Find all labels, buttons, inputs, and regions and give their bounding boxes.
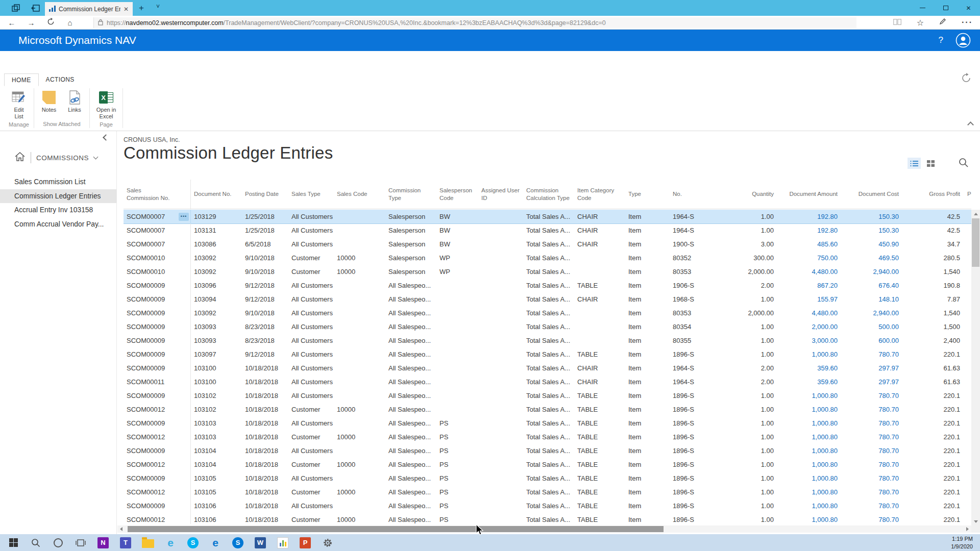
table-row[interactable]: SCOM000091030938/23/2018All CustomersAll… [124, 320, 971, 334]
column-header[interactable]: Type [625, 190, 670, 197]
cell[interactable]: 4,480.00 [778, 268, 842, 276]
menu-chevron-down-icon[interactable] [93, 155, 99, 160]
column-header[interactable]: Document Amount [778, 190, 842, 197]
new-tab-icon[interactable]: + [139, 3, 144, 13]
tab-list-chevron-icon[interactable]: ˅ [156, 3, 160, 10]
table-row[interactable]: SCOM000091030929/10/2018All CustomersAll… [124, 306, 971, 320]
cell[interactable]: 485.60 [778, 240, 842, 248]
tab-preview-icon[interactable] [10, 4, 21, 12]
ribbon-tab-actions[interactable]: ACTIONS [39, 73, 82, 86]
horizontal-scrollbar[interactable] [117, 525, 971, 533]
table-row[interactable]: SCOM000091030979/12/2018All CustomersAll… [124, 347, 971, 361]
commissions-menu[interactable]: COMMISSIONS [36, 154, 89, 162]
cell[interactable]: 150.30 [842, 227, 903, 234]
cell[interactable]: 1,000.80 [778, 516, 842, 523]
cell[interactable]: 780.70 [842, 392, 903, 399]
cell[interactable]: 780.70 [842, 474, 903, 482]
sidebar-item[interactable]: Accrual Entry Inv 103158 [0, 203, 116, 217]
table-row[interactable]: SCOM0001210310510/18/2018Customer10000Al… [124, 485, 971, 499]
table-row[interactable]: SCOM0001210310410/18/2018Customer10000Al… [124, 458, 971, 471]
column-header[interactable]: Assigned User ID [478, 187, 523, 201]
onenote-icon[interactable]: N [92, 534, 114, 551]
table-row[interactable]: SCOM0000910310610/18/2018All CustomersAl… [124, 499, 971, 513]
ribbon-tab-home[interactable]: HOME [4, 73, 39, 86]
skype-business-icon[interactable]: S [227, 534, 249, 551]
cell[interactable]: 780.70 [842, 419, 903, 427]
table-row[interactable]: SCOM000091030949/12/2018All CustomersAll… [124, 292, 971, 306]
column-header[interactable]: No. [670, 190, 731, 197]
column-header[interactable]: Posting Date [242, 190, 288, 197]
open-in-excel-button[interactable]: X Open in Excel [92, 88, 120, 120]
forward-icon[interactable]: → [21, 18, 41, 27]
cell[interactable]: 780.70 [842, 433, 903, 441]
cell[interactable]: 1,000.80 [778, 419, 842, 427]
cell[interactable]: 780.70 [842, 406, 903, 413]
set-tabs-aside-icon[interactable] [30, 4, 41, 12]
cell[interactable]: 600.00 [842, 337, 903, 344]
cell[interactable]: 2,000.00 [778, 323, 842, 331]
cell[interactable]: 1,000.80 [778, 447, 842, 455]
user-avatar[interactable] [955, 33, 971, 50]
cell[interactable]: 500.00 [842, 323, 903, 331]
cell[interactable]: 1,000.80 [778, 488, 842, 496]
table-row[interactable]: SCOM000071031311/25/2018All CustomersSal… [124, 223, 971, 237]
table-row[interactable]: SCOM0000910310010/18/2018All CustomersAl… [124, 361, 971, 375]
cell[interactable]: 867.20 [778, 282, 842, 289]
cell[interactable]: 297.97 [842, 364, 903, 372]
scroll-down-arrow[interactable] [971, 517, 980, 525]
cell[interactable]: 1,000.80 [778, 350, 842, 358]
task-view-icon[interactable] [69, 534, 92, 551]
cell[interactable]: 359.60 [778, 378, 842, 386]
cell[interactable]: 780.70 [842, 461, 903, 468]
table-row[interactable]: SCOM0000910310210/18/2018All CustomersAl… [124, 389, 971, 403]
page-refresh-icon[interactable] [961, 72, 972, 86]
column-header[interactable]: Sales Commission No. [124, 187, 177, 201]
edge-icon[interactable]: e [204, 534, 227, 551]
cell[interactable]: 780.70 [842, 488, 903, 496]
sidebar-item[interactable]: Comm Accrual Vendor Pay... [0, 217, 116, 232]
column-header[interactable]: Quantity [731, 190, 778, 197]
word-icon[interactable]: W [249, 534, 272, 551]
favorites-star-icon[interactable]: ☆ [917, 18, 924, 28]
column-header[interactable]: Document No. [191, 190, 242, 197]
card-view-toggle[interactable] [924, 158, 937, 169]
table-row[interactable]: SCOM000101030929/10/2018Customer10000Sal… [124, 265, 971, 279]
sidebar-item[interactable]: Sales Commission List [0, 175, 116, 189]
home-icon[interactable]: ⌂ [60, 18, 80, 27]
cell[interactable]: 1,000.80 [778, 502, 842, 510]
column-header[interactable]: Sales Type [288, 190, 334, 197]
annotate-pen-icon[interactable] [939, 18, 946, 27]
column-header[interactable]: Commission Calculation Type [523, 187, 574, 201]
refresh-icon[interactable] [41, 18, 60, 27]
window-close-button[interactable]: ✕ [957, 0, 980, 16]
column-header[interactable]: Gross Profit [903, 190, 964, 197]
table-row[interactable]: SCOM000071030866/5/2018All CustomersSale… [124, 237, 971, 251]
url-field[interactable]: https://navdemo02.westerncomputer.com/Tr… [93, 17, 856, 28]
powerpoint-icon[interactable]: P [294, 534, 316, 551]
column-header[interactable]: Commission Type [385, 187, 436, 201]
sidebar-collapse-icon[interactable] [103, 134, 109, 141]
cell[interactable]: 780.70 [842, 447, 903, 455]
cell[interactable]: 1,000.80 [778, 474, 842, 482]
help-button[interactable]: ? [939, 30, 943, 51]
cell[interactable]: 192.80 [778, 227, 842, 234]
table-row[interactable]: SCOM00007•••1031291/25/2018All Customers… [124, 210, 971, 223]
table-row[interactable]: SCOM0000910310510/18/2018All CustomersAl… [124, 471, 971, 485]
window-maximize-button[interactable] [934, 0, 957, 16]
cell[interactable]: 4,480.00 [778, 309, 842, 317]
tab-close-icon[interactable]: ✕ [124, 6, 129, 13]
horizontal-scroll-thumb[interactable] [128, 526, 664, 532]
column-header[interactable]: Document Cost [842, 190, 903, 197]
column-header[interactable]: Per [964, 190, 971, 197]
search-icon[interactable] [959, 158, 969, 170]
cell[interactable]: 450.90 [842, 240, 903, 248]
internet-explorer-icon[interactable]: e [159, 534, 182, 551]
column-header[interactable]: Sales Code [334, 190, 385, 197]
cell[interactable]: 676.40 [842, 282, 903, 289]
table-row[interactable]: SCOM0001110310010/18/2018All CustomersAl… [124, 375, 971, 389]
teams-icon[interactable]: T [114, 534, 137, 551]
table-row[interactable]: SCOM0001210310210/18/2018Customer10000Al… [124, 403, 971, 416]
cell[interactable]: 3,000.00 [778, 337, 842, 344]
cell[interactable]: 469.50 [842, 254, 903, 262]
cell[interactable]: 1,000.80 [778, 406, 842, 413]
